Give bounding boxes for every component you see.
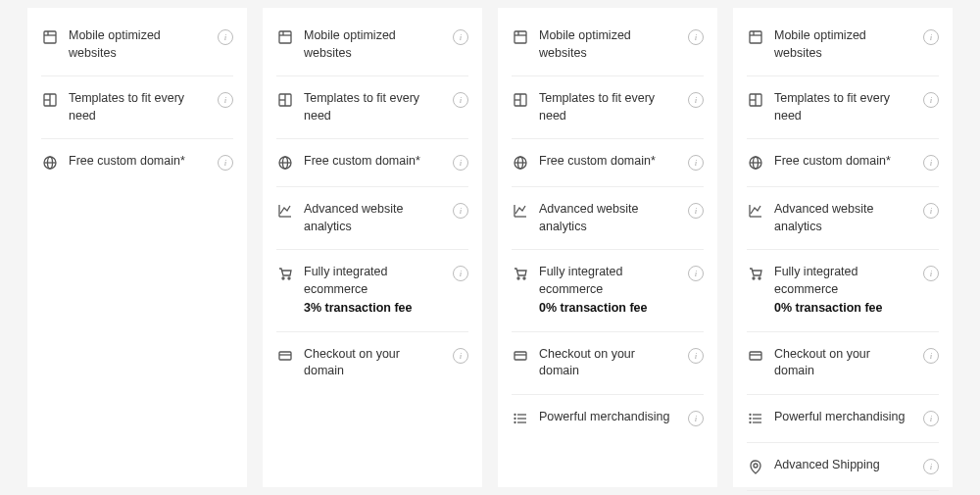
feature-domain: Free custom domain*i [512,138,704,186]
info-icon[interactable]: i [688,411,704,426]
feature-label: Free custom domain* [69,153,208,171]
feature-label: Fully integrated ecommerce3% transaction… [304,264,443,318]
info-icon[interactable]: i [453,348,468,364]
feature-label: Checkout on your domain [774,346,913,380]
info-icon[interactable]: i [923,459,939,474]
feature-label: Advanced website analytics [774,201,913,235]
info-icon[interactable]: i [218,29,233,45]
info-icon[interactable]: i [453,29,468,45]
list-icon [747,411,764,428]
info-icon[interactable]: i [688,266,704,281]
feature-sublabel: 3% transaction fee [304,300,439,318]
feature-shipping: Advanced Shippingi [747,442,939,490]
feature-label: Templates to fit every need [69,90,208,124]
plan-column-4: Mobile optimized websitesiTemplates to f… [733,8,953,487]
feature-label: Advanced website analytics [539,201,678,235]
info-icon[interactable]: i [218,92,233,108]
feature-ecom0: Fully integrated ecommerce0% transaction… [512,249,704,331]
info-icon[interactable]: i [453,266,468,281]
feature-ecom0: Fully integrated ecommerce0% transaction… [747,249,939,331]
feature-label: Fully integrated ecommerce0% transaction… [774,264,913,318]
feature-templates: Templates to fit every needi [512,75,704,138]
plan-column-2: Mobile optimized websitesiTemplates to f… [263,8,482,487]
info-icon[interactable]: i [923,92,939,108]
feature-domain: Free custom domain*i [747,138,939,186]
feature-label: Free custom domain* [304,153,443,171]
feature-label: Templates to fit every need [539,90,678,124]
mobile-icon [512,29,529,47]
info-icon[interactable]: i [688,92,704,108]
feature-label: Free custom domain* [539,153,678,171]
feature-label: Powerful merchandising [539,409,678,426]
globe-icon [276,155,294,173]
info-icon[interactable]: i [218,155,233,171]
templates-icon [747,92,764,110]
feature-label: Templates to fit every need [304,90,443,124]
info-icon[interactable]: i [688,29,704,45]
feature-label: Free custom domain* [774,153,913,171]
info-icon[interactable]: i [688,155,704,171]
feature-checkout: Checkout on your domaini [276,331,468,394]
feature-label: Advanced website analytics [304,201,443,235]
feature-checkout: Checkout on your domaini [512,331,704,394]
plan-column-1: Mobile optimized websitesiTemplates to f… [27,8,247,487]
analytics-icon [512,203,529,221]
templates-icon [512,92,529,110]
feature-discount: Advanced discountingi [747,490,939,496]
feature-sublabel: 0% transaction fee [774,300,909,318]
pin-icon [747,459,764,476]
card-icon [276,348,294,366]
cart-icon [512,266,529,283]
info-icon[interactable]: i [923,266,939,281]
feature-sublabel: 0% transaction fee [539,300,674,318]
info-icon[interactable]: i [923,348,939,364]
feature-mobile: Mobile optimized websitesi [276,14,468,75]
info-icon[interactable]: i [688,203,704,219]
feature-label: Mobile optimized websites [539,27,678,62]
globe-icon [512,155,529,173]
cart-icon [747,266,764,283]
feature-analytics: Advanced website analyticsi [276,186,468,249]
feature-domain: Free custom domain*i [276,138,468,186]
mobile-icon [41,29,59,47]
info-icon[interactable]: i [923,203,939,219]
feature-mobile: Mobile optimized websitesi [41,14,233,75]
info-icon[interactable]: i [453,155,468,171]
cart-icon [276,266,294,283]
info-icon[interactable]: i [453,92,468,108]
info-icon[interactable]: i [923,411,939,426]
feature-analytics: Advanced website analyticsi [512,186,704,249]
feature-domain: Free custom domain*i [41,138,233,186]
card-icon [747,348,764,366]
plan-column-3: Mobile optimized websitesiTemplates to f… [498,8,717,487]
feature-templates: Templates to fit every needi [41,75,233,138]
feature-merch: Powerful merchandisingi [747,394,939,442]
feature-label: Templates to fit every need [774,90,913,124]
info-icon[interactable]: i [688,348,704,364]
card-icon [512,348,529,366]
info-icon[interactable]: i [923,29,939,45]
globe-icon [41,155,59,173]
feature-mobile: Mobile optimized websitesi [512,14,704,75]
templates-icon [41,92,59,110]
mobile-icon [747,29,764,47]
mobile-icon [276,29,294,47]
feature-ecom3: Fully integrated ecommerce3% transaction… [276,249,468,331]
feature-label: Mobile optimized websites [304,27,443,62]
feature-label: Fully integrated ecommerce0% transaction… [539,264,678,318]
analytics-icon [747,203,764,221]
feature-analytics: Advanced website analyticsi [747,186,939,249]
feature-label: Mobile optimized websites [774,27,913,62]
feature-mobile: Mobile optimized websitesi [747,14,939,75]
feature-label: Checkout on your domain [304,346,443,380]
templates-icon [276,92,294,110]
feature-checkout: Checkout on your domaini [747,331,939,394]
list-icon [512,411,529,428]
feature-label: Advanced Shipping [774,457,913,474]
globe-icon [747,155,764,173]
info-icon[interactable]: i [453,203,468,219]
info-icon[interactable]: i [923,155,939,171]
feature-label: Mobile optimized websites [69,27,208,62]
feature-label: Checkout on your domain [539,346,678,380]
analytics-icon [276,203,294,221]
